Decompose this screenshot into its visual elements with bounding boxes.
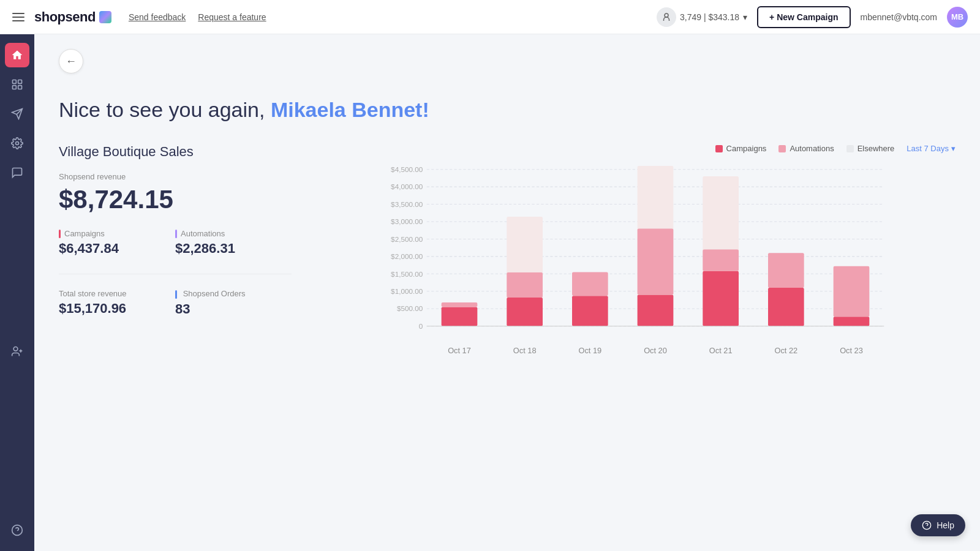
user-email: mbennet@vbtq.com — [861, 12, 938, 22]
svg-rect-51 — [768, 288, 804, 326]
svg-rect-1 — [13, 80, 17, 84]
svg-point-8 — [13, 347, 18, 351]
legend-automations-label: Automations — [790, 144, 834, 153]
svg-rect-44 — [638, 294, 674, 326]
sidebar-item-contacts[interactable] — [5, 72, 29, 97]
chart-container: 0$500.00$1,000.00$1,500.00$2,000.00$2,50… — [316, 163, 956, 359]
chart-panel: Campaigns Automations Elsewhere Last 7 D… — [316, 144, 956, 359]
legend-elsewhere-dot — [846, 145, 854, 152]
svg-text:$2,500.00: $2,500.00 — [391, 235, 423, 243]
store-name: Village Boutique Sales — [59, 144, 292, 160]
topnav: shopsend Send feedback Request a feature… — [0, 0, 980, 34]
main-layout: ← Nice to see you again, Mikaela Bennet!… — [0, 34, 980, 551]
sidebar — [0, 34, 34, 551]
legend-automations-dot — [778, 145, 786, 152]
welcome-heading: Nice to see you again, Mikaela Bennet! — [59, 98, 956, 122]
svg-text:$500.00: $500.00 — [397, 304, 423, 312]
sidebar-item-add-user[interactable] — [5, 339, 29, 364]
automations-value: $2,286.31 — [175, 241, 292, 257]
shopsend-revenue-label: Shopsend revenue — [59, 172, 292, 181]
nav-links: Send feedback Request a feature — [129, 12, 266, 22]
svg-rect-54 — [834, 317, 870, 326]
logo-text: shopsend — [34, 9, 96, 25]
svg-rect-48 — [703, 271, 739, 326]
svg-text:Oct 21: Oct 21 — [709, 346, 733, 355]
back-button[interactable]: ← — [59, 49, 83, 73]
svg-text:$1,500.00: $1,500.00 — [391, 270, 423, 278]
svg-rect-45 — [638, 228, 674, 294]
svg-text:$2,000.00: $2,000.00 — [391, 252, 423, 260]
campaigns-label: Campaigns — [59, 229, 175, 238]
hamburger-menu[interactable] — [12, 13, 24, 21]
help-label: Help — [937, 520, 954, 530]
avatar[interactable]: MB — [947, 7, 968, 28]
svg-rect-40 — [572, 296, 608, 326]
orders-value: 83 — [175, 301, 292, 317]
orders-label: Shopsend Orders — [175, 289, 292, 299]
svg-text:$3,500.00: $3,500.00 — [391, 200, 423, 208]
credits-display[interactable]: 3,749 | $343.18 ▾ — [657, 7, 747, 27]
svg-text:$4,000.00: $4,000.00 — [391, 182, 423, 190]
metrics-divider — [59, 274, 292, 274]
sidebar-item-home[interactable] — [5, 43, 29, 67]
svg-text:$1,000.00: $1,000.00 — [391, 287, 423, 295]
send-feedback-link[interactable]: Send feedback — [129, 12, 186, 22]
new-campaign-button[interactable]: + New Campaign — [757, 6, 850, 28]
svg-point-0 — [665, 13, 668, 17]
automations-metric: Automations $2,286.31 — [175, 229, 292, 257]
welcome-name: Mikaela Bennet! — [271, 98, 429, 121]
credits-icon — [657, 7, 676, 27]
help-button[interactable]: Help — [911, 514, 965, 536]
svg-rect-4 — [18, 86, 22, 89]
metrics-panel: Village Boutique Sales Shopsend revenue … — [59, 144, 292, 317]
svg-text:Oct 23: Oct 23 — [840, 346, 863, 355]
svg-text:Oct 17: Oct 17 — [448, 346, 471, 355]
legend-elsewhere: Elsewhere — [846, 144, 895, 153]
svg-text:$3,000.00: $3,000.00 — [391, 217, 423, 225]
bar-chart: 0$500.00$1,000.00$1,500.00$2,000.00$2,50… — [316, 163, 956, 359]
legend-automations: Automations — [778, 144, 834, 153]
campaigns-value: $6,437.84 — [59, 241, 175, 257]
logo-icon — [99, 11, 111, 23]
automations-bar-indicator — [175, 230, 177, 238]
topnav-right: 3,749 | $343.18 ▾ + New Campaign mbennet… — [657, 6, 968, 28]
logo-area: shopsend — [34, 9, 111, 25]
total-revenue-label: Total store revenue — [59, 289, 175, 298]
legend-campaigns-dot — [715, 145, 723, 152]
date-range-chevron: ▾ — [951, 144, 956, 153]
date-range-button[interactable]: Last 7 Days ▾ — [907, 144, 956, 153]
orders-bar-indicator — [175, 290, 177, 299]
secondary-metrics-row: Total store revenue $15,170.96 Shopsend … — [59, 289, 292, 317]
svg-rect-34 — [442, 302, 478, 307]
request-feature-link[interactable]: Request a feature — [198, 12, 266, 22]
topnav-left: shopsend Send feedback Request a feature — [12, 9, 647, 25]
legend-campaigns: Campaigns — [715, 144, 767, 153]
shopsend-revenue-value: $8,724.15 — [59, 185, 292, 214]
chart-header: Campaigns Automations Elsewhere Last 7 D… — [316, 144, 956, 153]
sidebar-item-settings[interactable] — [5, 131, 29, 156]
sidebar-item-help[interactable] — [5, 518, 29, 542]
date-range-label: Last 7 Days — [907, 144, 949, 153]
metrics-row-1: Campaigns $6,437.84 Automations $2,286.3… — [59, 229, 292, 257]
svg-text:Oct 20: Oct 20 — [644, 346, 667, 355]
svg-text:Oct 18: Oct 18 — [513, 346, 537, 355]
svg-text:$4,500.00: $4,500.00 — [391, 165, 423, 173]
svg-rect-55 — [834, 266, 870, 317]
sidebar-item-messages[interactable] — [5, 160, 29, 185]
dashboard-grid: Village Boutique Sales Shopsend revenue … — [59, 144, 956, 359]
svg-rect-33 — [442, 307, 478, 326]
svg-text:0: 0 — [419, 322, 423, 330]
credits-value: 3,749 | $343.18 — [680, 12, 739, 22]
svg-rect-2 — [18, 80, 22, 84]
credits-chevron: ▾ — [743, 12, 747, 22]
orders-metric: Shopsend Orders 83 — [175, 289, 292, 317]
total-revenue-metric: Total store revenue $15,170.96 — [59, 289, 175, 317]
svg-rect-52 — [768, 253, 804, 288]
total-revenue-value: $15,170.96 — [59, 301, 175, 317]
main-content: ← Nice to see you again, Mikaela Bennet!… — [34, 34, 980, 551]
svg-text:Oct 19: Oct 19 — [578, 346, 601, 355]
sidebar-item-campaigns[interactable] — [5, 102, 29, 126]
legend-campaigns-label: Campaigns — [726, 144, 767, 153]
svg-point-7 — [16, 142, 19, 145]
svg-rect-41 — [572, 272, 608, 296]
